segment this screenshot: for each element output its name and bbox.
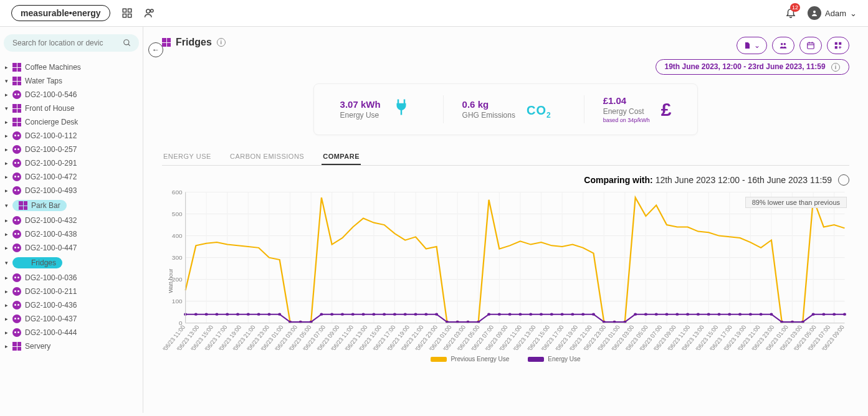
expand-icon: ▸ [4,288,9,295]
tree-item[interactable]: ▾Water Taps [4,74,139,88]
users-icon[interactable] [144,7,155,19]
kpi-card: £1.04Energy Costbased on 34p/kWh£ [584,95,679,123]
svg-point-107 [498,313,501,315]
tree-item[interactable]: ▸Coffee Machines [4,60,139,74]
tree-item[interactable]: ▸DG2-100-0-546 [4,88,139,102]
svg-point-130 [738,313,742,315]
category-icon [19,258,27,267]
category-icon [12,104,21,113]
expand-icon: ▾ [4,105,9,111]
tree-label: DG2-100-0-432 [25,216,77,225]
notifications-button[interactable]: 12 [785,7,796,20]
svg-point-127 [707,313,710,315]
svg-point-78 [194,313,198,315]
export-button[interactable]: ⌄ [737,37,767,54]
calendar-button[interactable] [799,37,822,54]
svg-point-6 [813,11,816,13]
category-icon [162,38,171,47]
history-icon[interactable] [838,174,849,186]
svg-point-86 [278,313,281,315]
svg-line-8 [128,44,130,46]
svg-point-116 [592,313,595,315]
tree-item[interactable]: ▸DG2-100-0-437 [4,312,139,326]
tree-label: DG2-100-0-436 [25,301,77,310]
date-range-pill[interactable]: 19th June 2023, 12:00 - 23rd June 2023, … [656,59,850,75]
user-menu[interactable]: Adam ⌄ [808,6,857,20]
svg-point-125 [686,313,689,315]
tree-item[interactable]: ▸DG2-100-0-036 [4,271,139,285]
tree-label: DG2-100-0-546 [25,90,77,99]
tree-item[interactable]: ▸DG2-100-0-112 [4,129,139,143]
tree-item[interactable]: ▸Concierge Desk [4,115,139,129]
compare-chart: 010020030040050060019/06/23 11:0019/06/2… [162,188,849,350]
svg-text:100: 100 [172,298,183,304]
expand-icon: ▾ [4,202,9,209]
svg-rect-0 [123,9,126,12]
svg-point-110 [529,313,532,315]
svg-point-94 [362,313,365,315]
svg-point-82 [236,313,239,315]
device-icon [12,273,21,282]
tree-item[interactable]: ▸DG2-100-0-447 [4,241,139,255]
svg-point-106 [487,313,490,315]
tree-item[interactable]: ▸Servery [4,339,139,353]
svg-point-7 [124,40,129,45]
svg-point-81 [226,313,229,315]
tree-item[interactable]: ▸DG2-100-0-291 [4,156,139,170]
tab-energy-use[interactable]: ENERGY USE [162,149,212,165]
svg-text:300: 300 [172,255,183,260]
device-tree: ▸Coffee Machines▾Water Taps▸DG2-100-0-54… [4,60,139,353]
svg-rect-2 [123,14,126,17]
device-icon [12,216,21,225]
tree-label: DG2-100-0-112 [25,131,77,140]
tree-label: DG2-100-0-211 [25,287,77,296]
tree-item[interactable]: ▸DG2-100-0-438 [4,227,139,241]
device-icon [12,328,21,337]
add-widget-button[interactable] [827,37,849,54]
category-icon [12,342,21,351]
tree-item[interactable]: ▸DG2-100-0-432 [4,214,139,227]
tree-item[interactable]: ▾Park Bar [4,197,139,214]
expand-icon: ▸ [4,119,9,125]
compare-range: 12th June 2023 12:00 - 16th June 2023 11… [656,175,832,185]
svg-point-124 [675,313,679,315]
tree-label: DG2-100-0-472 [25,173,77,181]
svg-point-121 [644,313,647,315]
tree-item[interactable]: ▸DG2-100-0-257 [4,143,139,156]
tree-item[interactable]: ▸DG2-100-0-472 [4,170,139,184]
chevron-down-icon: ⌄ [850,9,857,18]
tree-item[interactable]: ▸DG2-100-0-444 [4,326,139,339]
tree-item[interactable]: ▾Front of House [4,102,139,115]
tree-label: Concierge Desk [25,118,78,126]
expand-icon: ▸ [4,217,9,224]
device-icon [12,159,21,168]
tree-item[interactable]: ▸DG2-100-0-493 [4,184,139,197]
info-icon[interactable]: i [217,38,226,47]
svg-text:400: 400 [172,233,183,239]
chart-container: 89% lower use than previous Watt-hour 01… [162,188,849,375]
svg-point-137 [812,313,815,315]
tree-item[interactable]: ▸DG2-100-0-211 [4,285,139,298]
tab-carbon-emissions[interactable]: CARBON EMISSIONS [229,149,305,165]
svg-rect-3 [128,14,131,17]
file-icon [743,42,751,49]
tree-item[interactable]: ▾Fridges [4,255,139,271]
svg-point-5 [150,9,153,12]
svg-point-128 [717,313,720,315]
search-input[interactable] [11,38,105,48]
share-button[interactable] [772,37,794,54]
device-icon [12,314,21,323]
category-icon [12,63,21,72]
compare-prefix: Comparing with: [584,175,652,185]
tab-compare[interactable]: COMPARE [322,149,361,165]
svg-rect-16 [839,42,841,45]
co2-icon: CO2 [527,99,551,120]
device-icon [12,186,21,195]
search-box[interactable] [4,34,139,52]
brand-logo[interactable]: measurable•energy [11,5,110,21]
people-icon [779,41,788,50]
info-icon: i [831,63,840,72]
dashboard-icon[interactable] [122,7,133,19]
tree-item[interactable]: ▸DG2-100-0-436 [4,298,139,312]
legend-prev: Previous Energy Use [431,356,509,362]
